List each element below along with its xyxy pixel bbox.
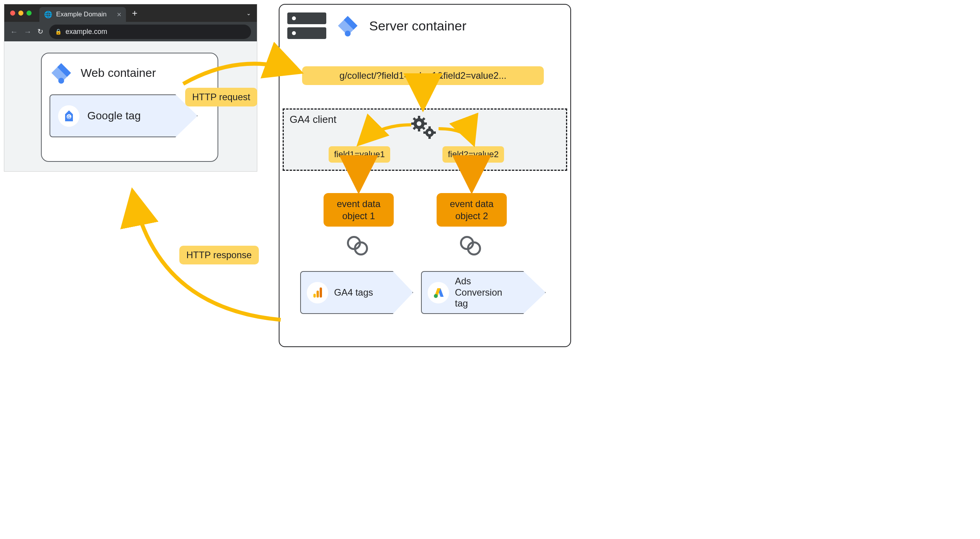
field1-pill: field1=value1 (329, 146, 390, 163)
svg-rect-17 (428, 136, 431, 139)
gtm-icon (50, 61, 73, 85)
ads-tags-label: Ads Conversion tag (455, 276, 502, 309)
gears-icon (409, 115, 440, 142)
svg-rect-21 (317, 291, 319, 298)
browser-tab[interactable]: 🌐 Example Domain × (39, 7, 126, 22)
web-container-header: Web container (50, 61, 210, 85)
svg-rect-9 (424, 122, 427, 125)
browser-titlebar: 🌐 Example Domain × + ⌄ (4, 4, 257, 22)
link-icon (460, 236, 483, 255)
event-data-object-1: event data object 1 (324, 193, 394, 227)
server-container-header: Server container (287, 12, 563, 39)
close-icon[interactable] (10, 11, 15, 16)
ga4-tags-label: GA4 tags (334, 287, 373, 298)
google-tag-chip: G Google tag (50, 94, 198, 137)
ga4-tags-chip: GA4 tags (300, 271, 413, 314)
ga4-icon (307, 282, 328, 303)
url-text: example.com (65, 28, 107, 36)
maximize-icon[interactable] (27, 11, 32, 16)
svg-rect-7 (418, 128, 420, 131)
svg-point-15 (428, 131, 431, 134)
web-container-box: Web container G Google tag (41, 53, 218, 162)
reload-icon[interactable]: ↻ (37, 27, 43, 36)
tabs-dropdown-icon[interactable]: ⌄ (246, 10, 251, 16)
globe-icon: 🌐 (44, 11, 52, 19)
link-icon (347, 236, 370, 255)
ga4-client-label: GA4 client (290, 113, 336, 126)
svg-point-23 (434, 294, 438, 298)
web-container-title: Web container (81, 66, 156, 80)
http-request-label: HTTP request (185, 88, 257, 106)
svg-point-5 (417, 121, 421, 126)
browser-toolbar: ← → ↻ 🔒 example.com (4, 22, 257, 41)
ads-conversion-tag-chip: Ads Conversion tag (421, 271, 546, 314)
gtm-icon (336, 14, 359, 37)
svg-point-3 (345, 31, 351, 37)
svg-rect-8 (411, 122, 414, 125)
http-response-label: HTTP response (179, 246, 259, 264)
svg-rect-6 (418, 116, 420, 119)
event-data-object-2: event data object 2 (437, 193, 507, 227)
svg-rect-18 (423, 131, 426, 134)
svg-rect-19 (433, 131, 436, 134)
svg-text:G: G (67, 115, 71, 119)
svg-rect-22 (320, 287, 322, 298)
minimize-icon[interactable] (18, 11, 23, 16)
svg-rect-20 (313, 294, 316, 298)
tab-close-icon[interactable]: × (117, 10, 122, 19)
svg-point-0 (58, 78, 64, 84)
lock-icon: 🔒 (55, 28, 62, 35)
ads-icon (428, 282, 449, 303)
tab-title: Example Domain (56, 11, 106, 18)
svg-rect-16 (428, 126, 431, 129)
forward-icon[interactable]: → (24, 27, 32, 36)
traffic-lights (10, 11, 32, 16)
google-tag-icon: G (58, 105, 80, 127)
back-icon[interactable]: ← (10, 27, 18, 36)
server-icon (287, 12, 326, 39)
server-container-title: Server container (369, 18, 466, 34)
google-tag-label: Google tag (87, 110, 141, 122)
new-tab-icon[interactable]: + (132, 8, 137, 19)
collect-url-pill: g/collect/?field1=value1&field2=value2..… (302, 66, 544, 85)
url-bar[interactable]: 🔒 example.com (49, 25, 251, 39)
field2-pill: field2=value2 (442, 146, 504, 163)
